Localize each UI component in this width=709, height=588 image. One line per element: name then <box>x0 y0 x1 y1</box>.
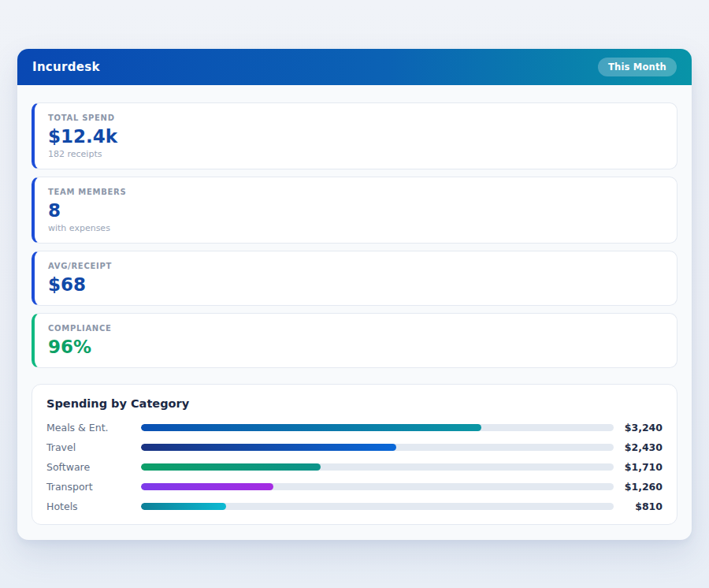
app-header: Incurdesk This Month <box>17 49 692 85</box>
chart-row-software: Software $1,710 <box>46 461 663 472</box>
stat-label: TOTAL SPEND <box>48 114 663 122</box>
bar-fill <box>141 503 226 510</box>
stat-label: AVG/RECEIPT <box>48 262 663 270</box>
stat-subtitle: with expenses <box>48 223 663 233</box>
dashboard-card: Incurdesk This Month TOTAL SPEND $12.4k … <box>17 49 692 540</box>
bar-fill <box>141 444 396 451</box>
category-value: $1,710 <box>614 461 663 473</box>
stat-card-compliance: COMPLIANCE 96% <box>32 313 677 368</box>
stat-subtitle: 182 receipts <box>48 149 663 159</box>
category-label: Hotels <box>46 501 141 512</box>
bar-track <box>141 424 614 431</box>
stat-card-team-members: TEAM MEMBERS 8 with expenses <box>32 177 677 244</box>
stat-label: TEAM MEMBERS <box>48 188 663 196</box>
chart-title: Spending by Category <box>46 397 663 410</box>
period-badge[interactable]: This Month <box>598 58 677 76</box>
stat-label: COMPLIANCE <box>48 324 663 333</box>
bar-track <box>141 503 614 510</box>
bar-track <box>141 444 614 451</box>
category-label: Transport <box>46 481 141 493</box>
dashboard-body: TOTAL SPEND $12.4k 182 receipts TEAM MEM… <box>17 85 692 540</box>
bar-fill <box>141 483 273 490</box>
chart-row-travel: Travel $2,430 <box>46 441 663 452</box>
category-label: Meals & Ent. <box>46 422 141 434</box>
chart-row-hotels: Hotels $810 <box>46 501 663 512</box>
stat-value: 8 <box>48 200 663 221</box>
spending-by-category-card: Spending by Category Meals & Ent. $3,240… <box>32 384 677 525</box>
app-title: Incurdesk <box>32 60 100 74</box>
stat-card-total-spend: TOTAL SPEND $12.4k 182 receipts <box>32 102 677 169</box>
bar-track <box>141 483 614 490</box>
chart-row-meals: Meals & Ent. $3,240 <box>46 422 663 433</box>
stat-value: $12.4k <box>48 126 663 147</box>
category-label: Travel <box>46 441 141 453</box>
category-value: $2,430 <box>614 441 663 453</box>
bar-track <box>141 463 614 471</box>
category-value: $1,260 <box>614 481 663 493</box>
category-value: $810 <box>614 501 663 512</box>
category-value: $3,240 <box>614 422 663 434</box>
bar-fill <box>141 424 481 431</box>
stat-value: 96% <box>48 337 663 358</box>
stat-value: $68 <box>48 274 663 296</box>
chart-row-transport: Transport $1,260 <box>46 481 663 492</box>
stat-card-avg-receipt: AVG/RECEIPT $68 <box>32 251 677 306</box>
bar-fill <box>141 463 321 471</box>
category-label: Software <box>46 461 141 473</box>
